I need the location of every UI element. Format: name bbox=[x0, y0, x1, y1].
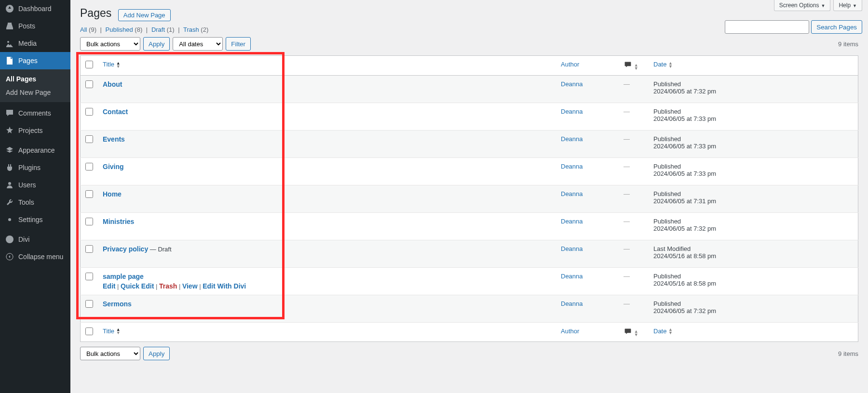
author-link[interactable]: Deanna bbox=[561, 218, 583, 225]
author-link[interactable]: Deanna bbox=[561, 80, 583, 88]
column-title-footer[interactable]: Title ▲▼ bbox=[98, 322, 556, 342]
submenu-item[interactable]: All Pages bbox=[0, 72, 70, 86]
author-link[interactable]: Deanna bbox=[561, 108, 583, 115]
projects-icon bbox=[5, 126, 14, 135]
row-checkbox[interactable] bbox=[85, 108, 93, 116]
table-row: Home Edit | Quick Edit | Trash | View | … bbox=[81, 185, 858, 212]
row-checkbox[interactable] bbox=[85, 218, 93, 225]
tools-icon bbox=[5, 197, 14, 207]
comments-cell: — bbox=[619, 212, 649, 240]
column-comments[interactable]: ▲▼ bbox=[619, 56, 649, 76]
add-new-page-button[interactable]: Add New Page bbox=[118, 9, 171, 21]
page-title-link[interactable]: Home bbox=[103, 190, 122, 198]
search-pages-button[interactable]: Search Pages bbox=[811, 20, 862, 34]
row-checkbox[interactable] bbox=[85, 80, 93, 88]
row-checkbox[interactable] bbox=[85, 135, 93, 143]
row-checkbox[interactable] bbox=[85, 190, 93, 198]
author-link[interactable]: Deanna bbox=[561, 135, 583, 143]
bulk-actions-select[interactable]: Bulk actions bbox=[80, 37, 140, 51]
sidebar-item-label: Tools bbox=[18, 198, 34, 206]
select-all-checkbox[interactable] bbox=[85, 61, 93, 68]
row-checkbox[interactable] bbox=[85, 300, 93, 308]
page-title-link[interactable]: Privacy policy bbox=[103, 245, 148, 253]
author-link[interactable]: Deanna bbox=[561, 163, 583, 170]
sidebar-item-dashboard[interactable]: Dashboard bbox=[0, 0, 70, 17]
page-title-link[interactable]: Ministries bbox=[103, 218, 134, 225]
quick-edit-link[interactable]: Quick Edit bbox=[121, 282, 154, 290]
sidebar-item-comments[interactable]: Comments bbox=[0, 105, 70, 122]
sidebar-item-label: Users bbox=[18, 181, 36, 189]
row-checkbox[interactable] bbox=[85, 273, 93, 280]
sidebar-item-label: Projects bbox=[18, 127, 43, 134]
sidebar-item-collapse[interactable]: Collapse menu bbox=[0, 248, 70, 265]
page-title-link[interactable]: Events bbox=[103, 135, 125, 143]
page-title-link[interactable]: Sermons bbox=[103, 300, 132, 308]
trash-link[interactable]: Trash bbox=[159, 282, 177, 290]
author-link[interactable]: Deanna bbox=[561, 300, 583, 307]
column-date-footer[interactable]: Date ▲▼ bbox=[649, 322, 858, 342]
divi-icon bbox=[5, 235, 14, 244]
filter-draft[interactable]: Draft bbox=[151, 26, 165, 33]
sidebar-item-users[interactable]: Users bbox=[0, 176, 70, 194]
filter-button[interactable]: Filter bbox=[226, 37, 251, 51]
bulk-actions-select-bottom[interactable]: Bulk actions bbox=[80, 347, 140, 360]
column-date[interactable]: Date ▲▼ bbox=[649, 56, 858, 76]
column-title[interactable]: Title ▲▼ bbox=[98, 56, 556, 76]
sidebar-item-projects[interactable]: Projects bbox=[0, 122, 70, 139]
row-checkbox[interactable] bbox=[85, 245, 93, 253]
edit-divi-link[interactable]: Edit With Divi bbox=[203, 282, 246, 290]
view-link[interactable]: View bbox=[182, 282, 198, 290]
author-link[interactable]: Deanna bbox=[561, 190, 583, 197]
filter-published[interactable]: Published bbox=[106, 26, 133, 33]
sidebar-item-appearance[interactable]: Appearance bbox=[0, 142, 70, 159]
help-tab[interactable]: Help▼ bbox=[833, 0, 862, 11]
author-link[interactable]: Deanna bbox=[561, 273, 583, 280]
sidebar-item-divi[interactable]: Divi bbox=[0, 231, 70, 248]
comments-cell: — bbox=[619, 130, 649, 157]
table-row: sample page Edit | Quick Edit | Trash | … bbox=[81, 267, 858, 295]
pages-table: Title ▲▼ Author ▲▼ Date ▲▼ About Edit | … bbox=[80, 55, 858, 342]
row-actions: Edit | Quick Edit | Trash | View | Edit … bbox=[103, 282, 551, 290]
date-filter-select[interactable]: All dates bbox=[173, 37, 223, 51]
comments-cell: — bbox=[619, 295, 649, 322]
plugins-icon bbox=[5, 163, 14, 172]
apply-button-bottom[interactable]: Apply bbox=[143, 347, 170, 360]
filter-all[interactable]: All bbox=[80, 26, 87, 33]
sidebar-item-tools[interactable]: Tools bbox=[0, 194, 70, 211]
page-title-link[interactable]: About bbox=[103, 80, 122, 88]
dashboard-icon bbox=[5, 4, 14, 13]
row-checkbox[interactable] bbox=[85, 163, 93, 170]
sidebar-item-media[interactable]: Media bbox=[0, 35, 70, 52]
edit-link[interactable]: Edit bbox=[103, 282, 115, 290]
select-all-checkbox-bottom[interactable] bbox=[85, 328, 93, 335]
comments-cell: — bbox=[619, 103, 649, 130]
sidebar-item-plugins[interactable]: Plugins bbox=[0, 159, 70, 176]
users-icon bbox=[5, 180, 14, 190]
comments-icon bbox=[5, 108, 14, 118]
sidebar-item-label: Plugins bbox=[18, 164, 41, 171]
table-row: Privacy policy — Draft Edit | Quick Edit… bbox=[81, 240, 858, 267]
sidebar-item-posts[interactable]: Posts bbox=[0, 17, 70, 35]
date-cell: Published2024/06/05 at 7:32 pm bbox=[649, 295, 858, 322]
screen-options-tab[interactable]: Screen Options▼ bbox=[774, 0, 831, 11]
page-title-link[interactable]: Contact bbox=[103, 108, 128, 116]
comments-cell: — bbox=[619, 267, 649, 295]
author-link[interactable]: Deanna bbox=[561, 245, 583, 252]
page-title-link[interactable]: sample page bbox=[103, 273, 144, 280]
comments-cell: — bbox=[619, 157, 649, 185]
filter-trash[interactable]: Trash bbox=[183, 26, 199, 33]
sidebar-item-pages[interactable]: Pages bbox=[0, 52, 70, 69]
items-count: 9 items bbox=[838, 40, 858, 48]
search-input[interactable] bbox=[725, 20, 809, 34]
page-title-link[interactable]: Giving bbox=[103, 163, 124, 170]
sidebar-item-settings[interactable]: Settings bbox=[0, 211, 70, 228]
column-comments-footer[interactable]: ▲▼ bbox=[619, 322, 649, 342]
comment-icon bbox=[624, 61, 632, 68]
table-row: Sermons Edit | Quick Edit | Trash | View… bbox=[81, 295, 858, 322]
collapse-icon bbox=[5, 252, 14, 262]
submenu-item[interactable]: Add New Page bbox=[0, 86, 70, 99]
apply-button[interactable]: Apply bbox=[143, 37, 170, 51]
comments-cell: — bbox=[619, 185, 649, 212]
svg-point-2 bbox=[6, 236, 14, 243]
table-row: Giving Edit | Quick Edit | Trash | View … bbox=[81, 157, 858, 185]
